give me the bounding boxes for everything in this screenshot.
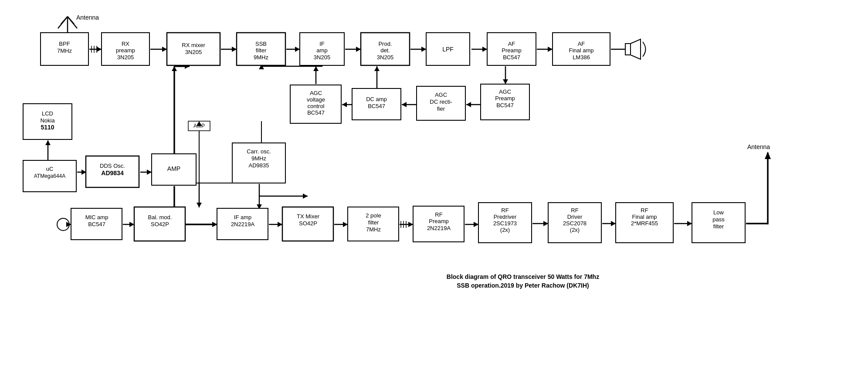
svg-text:BC547: BC547 — [496, 102, 514, 109]
svg-text:LPF: LPF — [442, 46, 454, 53]
svg-text:Final amp: Final amp — [569, 47, 593, 54]
svg-text:DDS Osc.: DDS Osc. — [100, 163, 125, 169]
svg-rect-162 — [692, 203, 745, 243]
svg-text:control: control — [307, 103, 324, 109]
svg-text:Prod.: Prod. — [378, 41, 392, 47]
svg-text:AF: AF — [578, 41, 585, 47]
svg-text:BC547: BC547 — [368, 103, 385, 109]
svg-marker-13 — [97, 47, 102, 52]
svg-text:Carr. osc.: Carr. osc. — [247, 148, 271, 155]
svg-text:DC recti-: DC recti- — [430, 98, 452, 105]
diagram: Antenna Antenna — [0, 0, 868, 380]
svg-text:2*MRF455: 2*MRF455 — [631, 220, 658, 227]
svg-text:Final amp: Final amp — [632, 214, 657, 220]
svg-text:Block diagram of QRO transceiv: Block diagram of QRO transceiver 50 Watt… — [447, 273, 599, 280]
svg-text:BC547: BC547 — [503, 54, 520, 61]
svg-text:AD9835: AD9835 — [249, 162, 269, 169]
svg-marker-80 — [129, 222, 134, 227]
svg-text:RF: RF — [435, 211, 442, 218]
svg-text:Preamp: Preamp — [502, 47, 522, 54]
svg-rect-29 — [625, 44, 631, 55]
svg-text:(2x): (2x) — [570, 227, 580, 233]
svg-text:AMP: AMP — [167, 165, 180, 172]
svg-marker-93 — [474, 222, 478, 227]
svg-text:9MHz: 9MHz — [254, 54, 268, 61]
svg-text:AGC: AGC — [310, 90, 322, 96]
svg-text:SSB operation.2019 by Peter Ra: SSB operation.2019 by Peter Rachow (DK7I… — [457, 282, 589, 289]
svg-text:Bal. mod.: Bal. mod. — [148, 214, 172, 221]
svg-text:7MHz: 7MHz — [57, 48, 72, 54]
svg-text:MIC amp: MIC amp — [85, 214, 108, 221]
svg-text:AF: AF — [508, 41, 515, 47]
svg-text:Driver: Driver — [567, 214, 583, 220]
svg-marker-75 — [197, 203, 202, 207]
svg-text:uC: uC — [46, 166, 54, 172]
svg-text:IF amp: IF amp — [234, 214, 251, 221]
svg-text:(2x): (2x) — [500, 227, 510, 233]
svg-marker-30 — [631, 39, 641, 59]
svg-text:filter: filter — [368, 219, 379, 226]
svg-text:RX mixer: RX mixer — [182, 42, 205, 48]
svg-text:RF: RF — [571, 207, 578, 214]
svg-marker-99 — [687, 221, 692, 226]
svg-text:AD9834: AD9834 — [101, 170, 124, 176]
svg-marker-51 — [45, 140, 51, 145]
svg-text:5110: 5110 — [41, 124, 54, 131]
svg-marker-39 — [466, 102, 471, 107]
svg-text:Predriver: Predriver — [494, 214, 517, 220]
svg-marker-49 — [374, 66, 380, 71]
svg-line-3 — [58, 17, 68, 28]
svg-marker-19 — [295, 47, 300, 52]
svg-marker-23 — [421, 47, 426, 52]
svg-text:TX Mixer: TX Mixer — [297, 213, 320, 220]
svg-text:LM386: LM386 — [573, 54, 590, 61]
svg-marker-21 — [356, 47, 361, 52]
svg-marker-43 — [313, 66, 319, 71]
svg-marker-73 — [303, 193, 308, 199]
svg-marker-86 — [343, 222, 348, 227]
svg-text:2SC2078: 2SC2078 — [563, 220, 587, 227]
svg-marker-55 — [147, 170, 152, 175]
svg-text:2N2219A: 2N2219A — [231, 221, 255, 227]
svg-marker-82 — [212, 222, 217, 227]
svg-text:LCD: LCD — [42, 110, 53, 117]
svg-text:DC amp: DC amp — [366, 96, 387, 102]
svg-text:7MHz: 7MHz — [366, 226, 381, 233]
svg-text:filter: filter — [256, 47, 267, 54]
svg-text:SO42P: SO42P — [151, 221, 169, 227]
svg-text:RF: RF — [641, 207, 648, 214]
svg-marker-37 — [402, 102, 407, 107]
svg-marker-84 — [278, 222, 282, 227]
svg-text:2 pole: 2 pole — [366, 212, 381, 219]
svg-marker-17 — [232, 47, 237, 52]
svg-text:filter: filter — [713, 223, 724, 230]
svg-text:Preamp: Preamp — [429, 218, 449, 224]
svg-text:AGC: AGC — [435, 92, 447, 98]
svg-text:SO42P: SO42P — [299, 220, 317, 227]
svg-text:voltage: voltage — [307, 96, 325, 103]
svg-text:9MHz: 9MHz — [251, 155, 266, 162]
svg-text:Antenna: Antenna — [747, 143, 770, 150]
svg-marker-27 — [548, 47, 553, 52]
svg-text:AGC: AGC — [499, 88, 511, 95]
svg-text:fier: fier — [437, 105, 445, 112]
svg-text:Antenna: Antenna — [76, 14, 99, 21]
svg-text:BC547: BC547 — [307, 109, 325, 116]
svg-marker-95 — [543, 221, 548, 226]
svg-text:2N2219A: 2N2219A — [427, 225, 451, 231]
svg-text:IF: IF — [319, 41, 325, 47]
svg-text:BPF: BPF — [59, 41, 70, 47]
svg-marker-91 — [408, 222, 413, 227]
svg-text:pass: pass — [712, 216, 725, 223]
svg-text:RX: RX — [122, 41, 129, 47]
svg-marker-97 — [611, 221, 616, 226]
svg-text:2SC1973: 2SC1973 — [493, 220, 517, 227]
svg-text:BC547: BC547 — [88, 221, 105, 227]
svg-text:3N205: 3N205 — [314, 54, 330, 61]
svg-marker-35 — [342, 102, 347, 107]
svg-text:amp: amp — [316, 47, 327, 54]
svg-text:det.: det. — [380, 47, 390, 54]
svg-marker-8 — [765, 152, 771, 159]
svg-text:Nokia: Nokia — [40, 117, 55, 124]
svg-text:ATMega644A: ATMega644A — [34, 173, 66, 179]
